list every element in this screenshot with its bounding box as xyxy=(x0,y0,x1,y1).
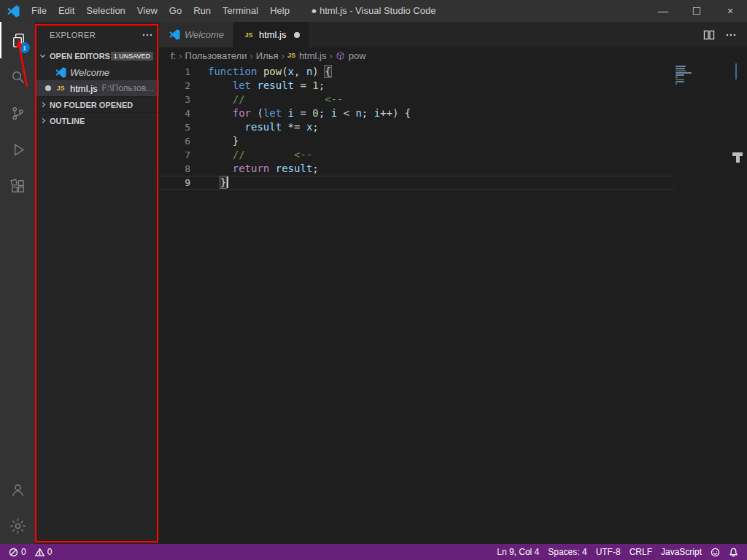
sidebar-header: EXPLORER xyxy=(35,22,159,48)
breadcrumb-label: f: xyxy=(171,50,176,61)
js-file-icon: JS xyxy=(287,52,295,59)
open-editor-html-js[interactable]: JShtml.jsF:\Пользов... xyxy=(35,80,159,96)
status-text: JavaScript xyxy=(661,547,702,557)
menu-view[interactable]: View xyxy=(131,0,163,22)
file-label: Welcome xyxy=(70,67,109,78)
breadcrumb-item[interactable]: Илья xyxy=(256,50,279,61)
code-line-6[interactable]: 6 } xyxy=(159,134,747,148)
code-line-3[interactable]: 3 // <-- xyxy=(159,93,747,106)
modified-dot xyxy=(294,32,300,38)
open-editors-list: WelcomeJShtml.jsF:\Пользов... xyxy=(35,64,159,96)
file-label: html.js xyxy=(70,83,98,94)
section-outline[interactable]: OUTLINE xyxy=(35,112,159,128)
menu-file[interactable]: File xyxy=(26,0,53,22)
chevron-right-icon: › xyxy=(329,50,332,61)
warning-icon xyxy=(35,548,44,557)
vscode-logo-icon xyxy=(7,4,20,18)
minimap-line xyxy=(676,72,692,74)
minimap-line xyxy=(676,79,684,80)
minimize-button[interactable]: — xyxy=(646,0,680,22)
status-encoding[interactable]: UTF-8 xyxy=(592,544,625,560)
bell-icon xyxy=(729,548,738,557)
tab-welcome[interactable]: Welcome xyxy=(159,22,233,47)
extensions-icon xyxy=(9,178,26,195)
feedback-icon xyxy=(711,548,720,557)
activitybar-settings[interactable] xyxy=(0,508,35,544)
breadcrumb-item[interactable]: Пользователи xyxy=(185,50,247,61)
code-lines: 1function pow(x, n) {2 let result = 1;3 … xyxy=(159,65,747,190)
status-text: CRLF xyxy=(630,547,652,557)
breadcrumb-item[interactable]: pow xyxy=(336,50,366,61)
status-indentation[interactable]: Spaces: 4 xyxy=(543,544,591,560)
explorer-sidebar: EXPLORER OPEN EDITORS 1 UNSAVED WelcomeJ… xyxy=(35,22,159,544)
open-editors-header[interactable]: OPEN EDITORS 1 UNSAVED xyxy=(35,48,159,64)
code-line-5[interactable]: 5 result *= x; xyxy=(159,120,747,134)
status-text: 0 xyxy=(47,547,53,557)
split-editor-icon[interactable] xyxy=(703,29,715,41)
gear-icon xyxy=(9,518,26,534)
line-number: 8 xyxy=(159,162,208,176)
status-eol[interactable]: CRLF xyxy=(625,544,657,560)
status-cursor-position[interactable]: Ln 9, Col 4 xyxy=(492,544,543,560)
ellipsis-icon[interactable] xyxy=(142,29,153,41)
status-warnings[interactable]: 0 xyxy=(31,544,57,560)
menu-run[interactable]: Run xyxy=(187,0,217,22)
minimap-line xyxy=(676,81,684,82)
chevron-down-icon xyxy=(40,52,45,58)
minimap-line xyxy=(676,70,686,71)
menu-selection[interactable]: Selection xyxy=(80,0,131,22)
code-text: } xyxy=(208,134,239,148)
activitybar-account[interactable] xyxy=(0,471,35,508)
unsaved-badge: 1 UNSAVED xyxy=(111,52,153,61)
error-icon xyxy=(9,548,18,557)
code-editor[interactable]: 1function pow(x, n) {2 let result = 1;3 … xyxy=(159,63,747,544)
status-text: Spaces: 4 xyxy=(548,547,587,557)
status-bar-left: 00 xyxy=(4,544,56,560)
activitybar-explorer[interactable]: 1 xyxy=(0,22,35,58)
menu-go[interactable]: Go xyxy=(163,0,187,22)
code-text: // <-- xyxy=(208,93,343,106)
overview-ruler-marker xyxy=(735,63,737,79)
code-line-8[interactable]: 8 return result; xyxy=(159,162,747,176)
breadcrumb-item[interactable]: JShtml.js xyxy=(287,50,327,61)
menu-help[interactable]: Help xyxy=(264,0,295,22)
line-number: 2 xyxy=(159,79,208,93)
status-feedback[interactable] xyxy=(706,544,724,560)
code-line-2[interactable]: 2 let result = 1; xyxy=(159,79,747,93)
open-editors-label: OPEN EDITORS xyxy=(50,52,110,61)
status-text: Ln 9, Col 4 xyxy=(497,547,539,557)
minimap-line xyxy=(676,74,684,76)
account-icon xyxy=(9,481,26,498)
code-line-4[interactable]: 4 for (let i = 0; i < n; i++) { xyxy=(159,106,747,120)
status-notifications[interactable] xyxy=(724,544,743,560)
open-editor-welcome[interactable]: Welcome xyxy=(35,64,159,80)
minimap-line xyxy=(676,66,686,67)
ellipsis-icon[interactable] xyxy=(725,29,737,41)
tab-html-js[interactable]: JShtml.js xyxy=(233,22,309,47)
status-language-mode[interactable]: JavaScript xyxy=(657,544,706,560)
minimap[interactable] xyxy=(676,66,693,85)
code-line-7[interactable]: 7 // <-- xyxy=(159,148,747,162)
status-errors[interactable]: 0 xyxy=(4,544,31,560)
chevron-right-icon: › xyxy=(282,50,285,61)
breadcrumb-item[interactable]: f: xyxy=(171,50,176,61)
menubar: FileEditSelectionViewGoRunTerminalHelp xyxy=(26,0,295,22)
code-line-1[interactable]: 1function pow(x, n) { xyxy=(159,65,747,79)
code-line-9[interactable]: 9 } xyxy=(159,176,674,190)
status-bar: 00 Ln 9, Col 4Spaces: 4UTF-8CRLFJavaScri… xyxy=(0,544,747,560)
activitybar-extensions[interactable] xyxy=(0,168,35,204)
activitybar-search[interactable] xyxy=(0,58,35,95)
close-button[interactable]: × xyxy=(713,0,747,22)
vscode-welcome-icon xyxy=(54,67,67,78)
menu-terminal[interactable]: Terminal xyxy=(217,0,264,22)
section-no-folder-opened[interactable]: NO FOLDER OPENED xyxy=(35,96,159,112)
activitybar-source-control[interactable] xyxy=(0,95,35,131)
activitybar-run-debug[interactable] xyxy=(0,131,35,168)
activity-badge: 1 xyxy=(19,42,30,53)
status-text: UTF-8 xyxy=(596,547,621,557)
section-label: NO FOLDER OPENED xyxy=(50,101,133,109)
menu-edit[interactable]: Edit xyxy=(53,0,80,22)
search-icon xyxy=(9,69,26,85)
minimap-line xyxy=(676,68,685,69)
maximize-button[interactable]: ☐ xyxy=(680,0,713,22)
